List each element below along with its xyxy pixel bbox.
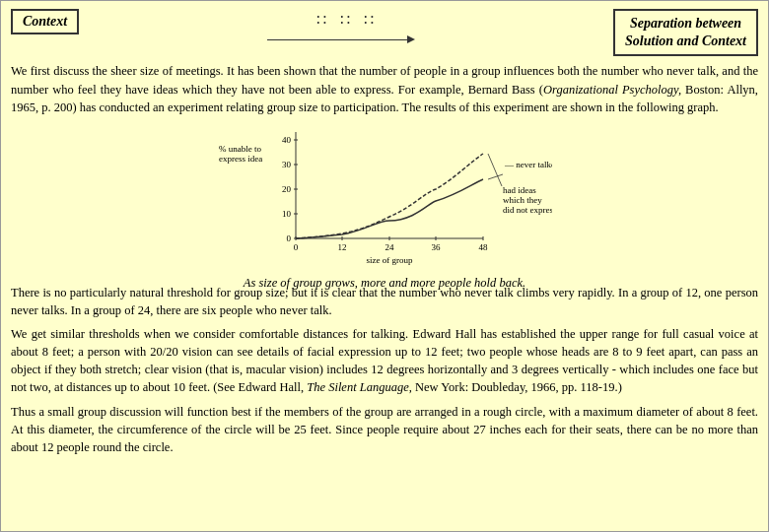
svg-text:had ideas: had ideas [503, 185, 536, 195]
context-label: Context [23, 14, 67, 29]
dots-decoration: ∷ ∷ ∷ [316, 11, 376, 30]
svg-text:which they: which they [503, 195, 542, 205]
svg-text:24: 24 [385, 242, 395, 252]
svg-line-25 [488, 174, 503, 179]
header: Context ∷ ∷ ∷ Separation betweenSolution… [11, 9, 758, 56]
svg-text:10: 10 [282, 209, 292, 219]
svg-text:30: 30 [282, 160, 292, 169]
svg-text:0: 0 [294, 242, 299, 252]
svg-text:36: 36 [432, 242, 442, 252]
paragraph-4: Thus a small group discussion will funct… [11, 403, 758, 456]
header-center: ∷ ∷ ∷ [267, 9, 425, 46]
chart-container: % unable to express idea 0 10 20 30 40 [11, 122, 758, 280]
svg-text:size of group: size of group [367, 255, 413, 265]
paragraph-3: We get similar thresholds when we consid… [11, 325, 758, 397]
context-box: Context [11, 9, 79, 34]
separation-box: Separation betweenSolution and Context [613, 9, 758, 56]
svg-text:48: 48 [479, 242, 489, 252]
svg-text:express idea: express idea [219, 154, 262, 164]
svg-text:% unable to: % unable to [219, 144, 261, 154]
svg-text:0: 0 [287, 233, 292, 243]
svg-line-30 [488, 154, 502, 186]
svg-text:12: 12 [338, 242, 347, 252]
chart-svg: % unable to express idea 0 10 20 30 40 [217, 122, 552, 270]
svg-text:20: 20 [282, 184, 292, 194]
page: Context ∷ ∷ ∷ Separation betweenSolution… [0, 0, 769, 532]
svg-text:did not express: did not express [503, 205, 552, 215]
paragraph-1: We first discuss the sheer size of meeti… [11, 62, 758, 115]
svg-text:— never talked: — never talked [504, 160, 552, 169]
chart-caption: As size of group grows, more and more pe… [217, 276, 552, 291]
separation-label: Separation betweenSolution and Context [625, 16, 746, 48]
svg-text:40: 40 [282, 135, 292, 145]
chart-wrapper: % unable to express idea 0 10 20 30 40 [217, 122, 552, 280]
